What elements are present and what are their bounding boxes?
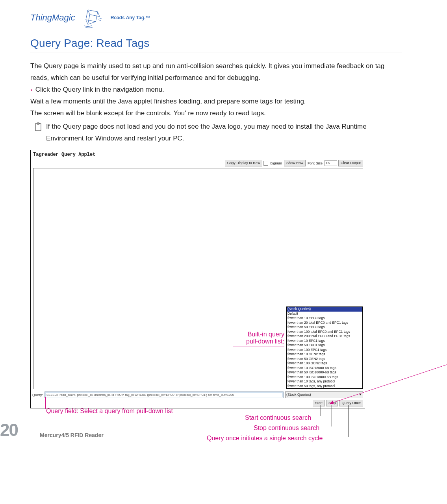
listbox-option[interactable]: fewer than 10 EPC0 tags	[287, 316, 362, 321]
listbox-option[interactable]: fewer than 200 total EPC0 and EPC1 tags	[287, 334, 362, 339]
stock-queries-listbox[interactable]: (Stock Queries) Default fewer than 10 EP…	[286, 306, 363, 389]
callout-query-field: Query field: Select a query from pull-do…	[46, 408, 173, 415]
svg-rect-4	[35, 124, 41, 131]
listbox-option[interactable]: fewer than 100 GEN2 tags	[287, 361, 362, 366]
applet-title: Tagreader Query Applet	[31, 150, 365, 159]
listbox-option[interactable]: fewer than 50 ISO18000-6B tags	[287, 370, 362, 375]
brand-text: ThingMagic	[30, 13, 75, 23]
svg-line-2	[99, 18, 102, 19]
title-rule	[30, 52, 402, 52]
applet-container: Tagreader Query Applet Copy Display to R…	[30, 150, 365, 408]
listbox-option[interactable]: fewer than 10 ISO18000-6B tags	[287, 366, 362, 371]
font-size-input[interactable]: 16	[325, 160, 337, 166]
query-row: Query: SELECT read_count, protocol_id, a…	[31, 391, 365, 399]
listbox-option[interactable]: fewer than 10 GEN2 tags	[287, 352, 362, 357]
para-blank: The screen will be blank except for the …	[30, 107, 402, 119]
listbox-option[interactable]: fewer than 100 total EPC0 and EPC1 tags	[287, 330, 362, 334]
copy-display-button[interactable]: Copy Display to Raw	[225, 160, 263, 166]
listbox-option[interactable]: fewer than 50 tags, any protocol	[287, 384, 362, 389]
query-label: Query:	[32, 393, 43, 397]
callout-start: Start continuous search	[245, 414, 311, 421]
clipboard-icon	[30, 122, 46, 133]
svg-line-1	[86, 20, 88, 24]
listbox-option[interactable]: fewer than 20 total EPC0 and EPC1 tags	[287, 321, 362, 325]
listbox-option[interactable]: Default	[287, 312, 362, 316]
show-raw-button[interactable]: Show Raw	[284, 160, 306, 166]
footer-product-label: Mercury4/5 RFID Reader	[40, 432, 104, 438]
bignum-label: bignum	[269, 161, 283, 165]
stock-queries-select[interactable]: (Stock Queries)	[285, 391, 363, 398]
applet-canvas: (Stock Queries) Default fewer than 10 EP…	[33, 168, 363, 389]
action-row: Start Stop Query Once	[31, 399, 365, 408]
listbox-option[interactable]: fewer than 100 EPC1 tags	[287, 348, 362, 353]
query-input[interactable]: SELECT read_count, protocol_id, antenna_…	[45, 391, 284, 398]
query-once-button[interactable]: Query Once	[339, 400, 363, 406]
header-logo-row: ThingMagic Reads Any Tag.™	[30, 4, 402, 31]
listbox-option[interactable]: fewer than 100 ISO18000-6B tags	[287, 375, 362, 380]
bullet-arrow-icon: ›	[30, 84, 32, 96]
page-number: 20	[0, 420, 18, 440]
svg-line-3	[98, 20, 101, 21]
query-input-text: SELECT read_count, protocol_id, antenna_…	[45, 392, 283, 397]
font-size-label: Font Size	[307, 161, 323, 165]
listbox-option[interactable]: fewer than 10 EPC1 tags	[287, 339, 362, 343]
listbox-option[interactable]: fewer than 50 EPC1 tags	[287, 343, 362, 348]
listbox-option[interactable]: fewer than 50 EPC0 tags	[287, 325, 362, 330]
note-java: If the Query page does not load and you …	[46, 121, 402, 144]
start-button[interactable]: Start	[313, 400, 325, 406]
stop-button[interactable]: Stop	[326, 400, 338, 406]
listbox-header[interactable]: (Stock Queries)	[287, 307, 362, 312]
tagline-text: Reads Any Tag.™	[111, 15, 150, 20]
para-wait: Wait a few moments until the Java applet…	[30, 96, 402, 107]
bignum-checkbox[interactable]	[263, 161, 268, 166]
logo-cube-icon	[80, 6, 104, 30]
intro-paragraph: The Query page is mainly used to set up …	[30, 60, 402, 84]
clear-output-button[interactable]: Clear Output	[338, 160, 363, 166]
callout-builtin-query: Built-in query pull-down list:	[233, 331, 284, 347]
page-title: Query Page: Read Tags	[30, 37, 402, 50]
bullet-click-query: Click the Query link in the navigation m…	[35, 84, 164, 96]
listbox-option[interactable]: fewer than 10 tags, any protocol	[287, 379, 362, 384]
listbox-option[interactable]: fewer than 50 GEN2 tags	[287, 357, 362, 362]
applet-toolbar: Copy Display to Raw bignum Show Raw Font…	[31, 159, 365, 168]
